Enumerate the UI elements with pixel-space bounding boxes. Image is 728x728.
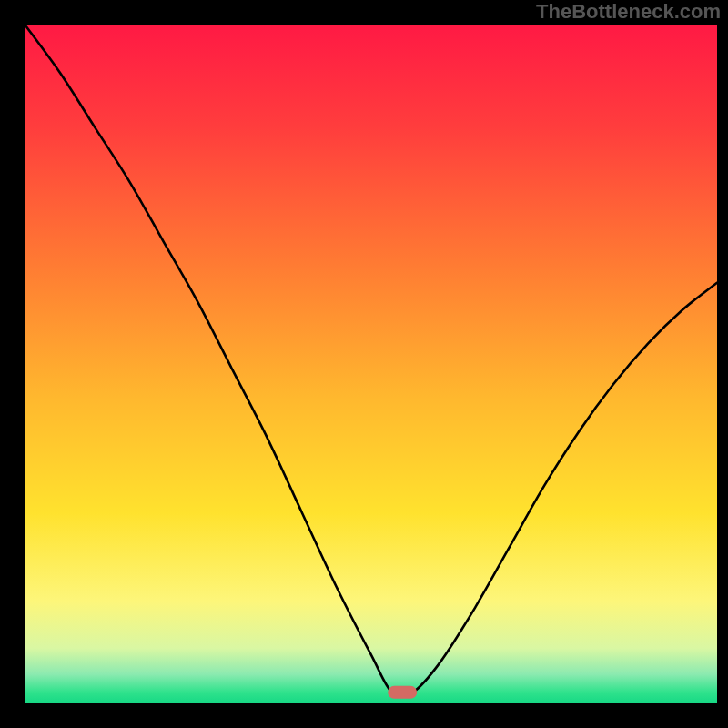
plot-gradient-bg — [25, 25, 717, 703]
attribution-text: TheBottleneck.com — [536, 0, 721, 24]
frame: { "attribution": "TheBottleneck.com", "p… — [0, 0, 728, 728]
optimum-marker — [388, 686, 417, 699]
bottleneck-plot — [0, 0, 728, 728]
